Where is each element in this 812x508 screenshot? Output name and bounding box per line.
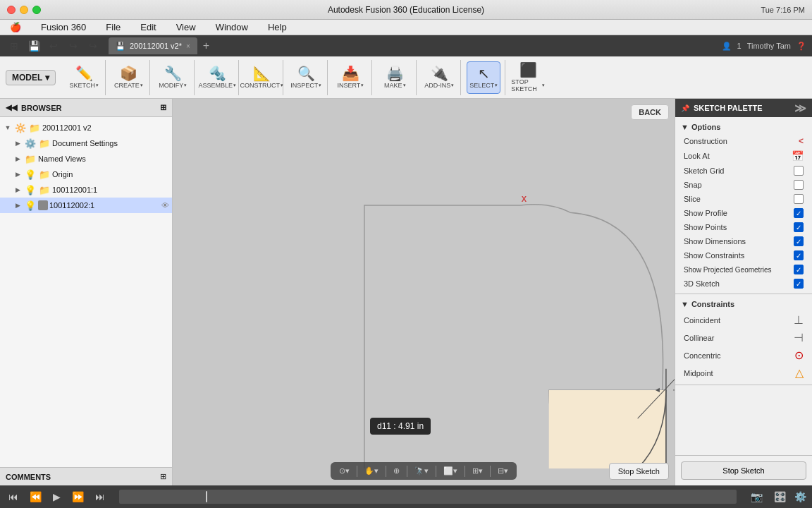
browser-expand-icon[interactable]: ⊞ <box>160 103 166 112</box>
tree-item-root[interactable]: ▼ 🔆 📁 200112001 v2 <box>0 120 172 135</box>
palette-row-construction[interactable]: Construction < <box>675 134 812 148</box>
palette-row-show-profile[interactable]: Show Profile ✓ <box>675 206 812 220</box>
palette-row-collinear[interactable]: Collinear ⊣ <box>675 329 812 346</box>
create-button[interactable]: 📦 CREATE▾ <box>111 61 145 94</box>
palette-row-show-dimensions[interactable]: Show Dimensions ✓ <box>675 234 812 248</box>
menu-view[interactable]: View <box>172 20 200 34</box>
palette-expand-icon[interactable]: ≫ <box>794 102 806 115</box>
home-button[interactable]: ⊞ <box>6 37 23 54</box>
canvas-tool-zoom[interactable]: 🔭▾ <box>412 465 431 477</box>
palette-row-show-points[interactable]: Show Points ✓ <box>675 220 812 234</box>
tab-add-button[interactable]: + <box>203 40 209 52</box>
tree-item-origin[interactable]: ▶ 💡 📁 Origin <box>0 167 172 182</box>
tree-toggle-doc[interactable]: ▶ <box>13 140 23 147</box>
palette-row-concentric[interactable]: Concentric ⊙ <box>675 346 812 364</box>
tree-item-named-views[interactable]: ▶ 📁 Named Views <box>0 151 172 167</box>
palette-row-sketch-grid[interactable]: Sketch Grid <box>675 164 812 178</box>
slice-checkbox[interactable] <box>794 194 804 204</box>
canvas-tool-grid[interactable]: ⊞▾ <box>469 465 486 477</box>
camera-button[interactable]: 📷 <box>748 490 765 504</box>
palette-row-snap[interactable]: Snap <box>675 178 812 192</box>
stop-sketch-toolbar-button[interactable]: ⬛ STOP SKETCH▾ <box>511 61 545 94</box>
titlebar-title: Autodesk Fusion 360 (Education License) <box>328 5 484 15</box>
tree-toggle-body2[interactable]: ▶ <box>13 202 23 209</box>
modify-button[interactable]: 🔧 MODIFY▾ <box>156 61 190 94</box>
palette-row-look-at[interactable]: Look At 📅 <box>675 148 812 164</box>
mixer-button[interactable]: 🎛️ <box>771 490 789 504</box>
3d-sketch-checkbox[interactable]: ✓ <box>794 279 804 289</box>
constraints-collapse-icon: ▼ <box>681 300 689 308</box>
palette-pin-icon[interactable]: 📌 <box>681 104 689 112</box>
timeline-end-button[interactable]: ⏭ <box>92 490 108 504</box>
tree-item-body1[interactable]: ▶ 💡 📁 100112001:1 <box>0 182 172 198</box>
traffic-lights[interactable] <box>7 6 41 14</box>
show-constraints-checkbox[interactable]: ✓ <box>794 250 804 260</box>
menu-fusion360[interactable]: 🍎 <box>6 20 25 34</box>
palette-options-header[interactable]: ▼ Options <box>675 120 812 134</box>
tree-toggle-root[interactable]: ▼ <box>3 124 13 131</box>
show-projected-checkbox[interactable]: ✓ <box>794 265 804 274</box>
canvas-tool-display[interactable]: ⬜▾ <box>441 465 460 477</box>
insert-button[interactable]: 📥 INSERT▾ <box>333 61 367 94</box>
save-button[interactable]: 💾 <box>25 37 42 54</box>
sketch-grid-checkbox[interactable] <box>794 166 804 176</box>
tree-item-doc-settings[interactable]: ▶ ⚙️ 📁 Document Settings <box>0 135 172 151</box>
show-dimensions-checkbox[interactable]: ✓ <box>794 236 804 246</box>
show-profile-checkbox[interactable]: ✓ <box>794 208 804 218</box>
show-points-checkbox[interactable]: ✓ <box>794 222 804 232</box>
minimize-button[interactable] <box>20 6 28 14</box>
menu-help[interactable]: Help <box>264 20 291 34</box>
timeline-start-button[interactable]: ⏮ <box>6 490 21 504</box>
tab-close-button[interactable]: × <box>186 42 190 50</box>
tree-toggle-body1[interactable]: ▶ <box>13 186 23 193</box>
timeline-next-button[interactable]: ⏩ <box>69 490 87 504</box>
palette-row-slice[interactable]: Slice <box>675 192 812 206</box>
browser-collapse-icon[interactable]: ◀◀ <box>6 103 17 112</box>
palette-constraints-header[interactable]: ▼ Constraints <box>675 297 812 311</box>
menu-file[interactable]: File <box>102 20 125 34</box>
menu-window[interactable]: Window <box>211 20 252 34</box>
tree-eye-body2[interactable]: 👁 <box>161 201 169 210</box>
menu-fusion360-label[interactable]: Fusion 360 <box>37 20 90 34</box>
comments-expand-icon[interactable]: ⊞ <box>160 472 166 481</box>
menu-edit[interactable]: Edit <box>136 20 160 34</box>
stop-sketch-canvas-button[interactable]: Stop Sketch <box>609 463 669 480</box>
select-button[interactable]: ↖ SELECT▾ <box>467 61 500 94</box>
palette-row-show-constraints[interactable]: Show Constraints ✓ <box>675 248 812 262</box>
close-button[interactable] <box>7 6 16 14</box>
palette-row-3d-sketch[interactable]: 3D Sketch ✓ <box>675 277 812 291</box>
palette-row-midpoint[interactable]: Midpoint △ <box>675 364 812 382</box>
user-count: 1 <box>737 42 742 50</box>
inspect-button[interactable]: 🔍 INSPECT▾ <box>289 61 323 94</box>
tree-item-body2[interactable]: ▶ 💡 100112002:1 👁 <box>0 198 172 213</box>
palette-row-show-projected[interactable]: Show Projected Geometries ✓ <box>675 262 812 277</box>
back-button[interactable]: BACK <box>631 104 669 120</box>
stop-sketch-palette-button[interactable]: Stop Sketch <box>681 461 806 480</box>
active-tab[interactable]: 💾 200112001 v2* × <box>109 37 197 54</box>
toolbar-section-create: 📦 CREATE▾ <box>107 60 150 95</box>
sketch-button[interactable]: ✏️ SKETCH▾ <box>67 61 101 94</box>
undo-button[interactable]: ↩ <box>45 37 62 54</box>
snap-checkbox[interactable] <box>794 180 804 190</box>
canvas[interactable]: 2.000 R2.000 <box>173 99 675 485</box>
construct-button[interactable]: 📐 CONSTRUCT▾ <box>245 61 278 94</box>
addins-button[interactable]: 🔌 ADD-INS▾ <box>422 61 456 94</box>
timeline-area[interactable] <box>119 490 737 504</box>
help-icon[interactable]: ❓ <box>796 42 806 51</box>
canvas-tool-section[interactable]: ⊟▾ <box>495 465 511 477</box>
timeline-play-button[interactable]: ▶ <box>50 490 63 504</box>
canvas-tool-snap[interactable]: ⊙▾ <box>336 465 352 477</box>
settings-button[interactable]: ⚙️ <box>794 491 806 502</box>
timeline-prev-button[interactable]: ⏪ <box>27 490 44 504</box>
model-selector[interactable]: MODEL ▾ <box>6 70 56 85</box>
redo-button[interactable]: ↪ <box>65 37 82 54</box>
canvas-tool-pan[interactable]: ✋▾ <box>362 465 381 477</box>
palette-row-coincident[interactable]: Coincident ⊥ <box>675 311 812 329</box>
redo2-button[interactable]: ↪ <box>85 37 102 54</box>
assemble-button[interactable]: 🔩 ASSEMBLE▾ <box>200 61 234 94</box>
make-button[interactable]: 🖨️ MAKE▾ <box>378 61 412 94</box>
canvas-tool-search[interactable]: ⊕ <box>390 465 402 477</box>
maximize-button[interactable] <box>32 6 41 14</box>
tree-toggle-views[interactable]: ▶ <box>13 155 23 162</box>
tree-toggle-origin[interactable]: ▶ <box>13 171 23 178</box>
